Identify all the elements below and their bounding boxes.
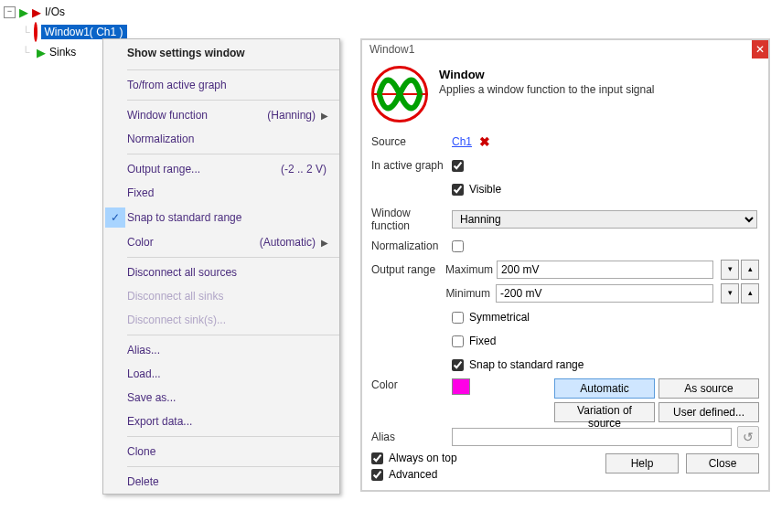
menu-color[interactable]: Color (Automatic) ▶ (103, 230, 339, 254)
checkbox-normalization[interactable] (452, 240, 464, 252)
stepper-down[interactable]: ▾ (721, 283, 739, 303)
label-window-function: Window function (371, 207, 446, 232)
checkbox-symmetrical[interactable] (452, 312, 464, 324)
label-snap: Snap to standard range (469, 358, 584, 371)
label-fixed: Fixed (469, 335, 496, 347)
input-minimum[interactable] (496, 284, 713, 303)
label-alias: Alias (371, 431, 446, 443)
chevron-right-icon: ▶ (319, 111, 330, 121)
color-swatch[interactable] (452, 378, 470, 395)
help-button[interactable]: Help (605, 453, 679, 473)
close-button[interactable]: Close (686, 453, 759, 473)
context-menu-header: Show settings window (103, 39, 339, 67)
select-window-function[interactable]: Hanning (452, 210, 757, 229)
panel-subtitle: Applies a window function to the input s… (439, 83, 654, 96)
source-link[interactable]: Ch1 (452, 135, 472, 148)
remove-source-button[interactable]: ✖ (479, 134, 490, 149)
menu-delete[interactable]: Delete (103, 470, 339, 494)
color-automatic-button[interactable]: Automatic (554, 378, 655, 399)
label-visible: Visible (469, 183, 501, 196)
menu-export[interactable]: Export data... (103, 410, 339, 433)
label-symmetrical: Symmetrical (469, 311, 530, 324)
checkbox-advanced[interactable] (371, 469, 383, 481)
label-always-on-top: Always on top (389, 452, 457, 464)
checkbox-snap[interactable] (452, 359, 464, 371)
check-icon: ✓ (105, 207, 125, 228)
arrow-right-icon: ▶ (37, 47, 46, 59)
tree-node-label: Window1( Ch1 ) (41, 25, 127, 39)
label-normalization: Normalization (371, 239, 446, 252)
menu-alias[interactable]: Alias... (103, 338, 339, 362)
label-advanced: Advanced (389, 468, 437, 481)
context-menu: Show settings window To/from active grap… (102, 38, 340, 495)
stepper-down[interactable]: ▾ (721, 260, 739, 280)
menu-normalization[interactable]: Normalization (103, 127, 339, 151)
label-source: Source (371, 135, 446, 148)
window-icon (34, 22, 37, 42)
color-user-defined-button[interactable]: User defined... (659, 402, 759, 422)
label-color: Color (371, 378, 446, 391)
menu-disconnect-sinks: Disconnect all sinks (103, 284, 339, 308)
menu-to-from-graph[interactable]: To/from active graph (103, 73, 339, 97)
checkbox-in-active-graph[interactable] (452, 160, 464, 172)
window-icon (371, 66, 428, 122)
tree-branch-icon: └ (22, 26, 30, 38)
panel-title: Window1 (369, 43, 414, 56)
tree-node-label: I/Os (45, 5, 65, 18)
reset-alias-button[interactable]: ↺ (737, 426, 759, 448)
tree-branch-icon: └ (18, 46, 33, 59)
label-output-range: Output range (371, 263, 440, 276)
close-button[interactable]: ✕ (752, 40, 768, 59)
arrow-right-icon: ▶ (32, 6, 41, 18)
label-in-active-graph: In active graph (371, 159, 446, 172)
menu-window-function[interactable]: Window function (Hanning) ▶ (103, 103, 339, 127)
properties-panel: Window1 ✕ Window Applies a window functi… (360, 38, 770, 492)
menu-saveas[interactable]: Save as... (103, 386, 339, 410)
panel-titlebar[interactable]: Window1 ✕ (362, 40, 768, 59)
checkbox-visible[interactable] (452, 184, 464, 196)
menu-disconnect-sinks2: Disconnect sink(s)... (103, 308, 339, 332)
tree-node-label: Sinks (49, 46, 76, 59)
menu-load[interactable]: Load... (103, 362, 339, 386)
menu-disconnect-sources[interactable]: Disconnect all sources (103, 261, 339, 284)
color-variation-button[interactable]: Variation of source (554, 402, 655, 422)
checkbox-always-on-top[interactable] (371, 452, 383, 464)
input-alias[interactable] (452, 428, 732, 446)
stepper-up[interactable]: ▴ (741, 260, 759, 280)
arrow-right-icon: ▶ (19, 6, 28, 18)
color-as-source-button[interactable]: As source (659, 378, 759, 399)
label-minimum: Minimum (445, 287, 490, 300)
menu-snap[interactable]: ✓ Snap to standard range (103, 205, 339, 230)
menu-fixed[interactable]: Fixed (103, 181, 339, 205)
tree-collapse-icon[interactable]: − (4, 6, 16, 18)
context-menu-header-label: Show settings window (127, 47, 245, 59)
chevron-right-icon: ▶ (319, 238, 330, 248)
menu-clone[interactable]: Clone (103, 440, 339, 463)
checkbox-fixed[interactable] (452, 335, 464, 347)
label-maximum: Maximum (445, 263, 491, 276)
stepper-up[interactable]: ▴ (741, 283, 759, 303)
tree-node-ios[interactable]: − ▶ ▶ I/Os (4, 2, 123, 22)
input-maximum[interactable] (497, 261, 713, 279)
menu-output-range[interactable]: Output range... (-2 .. 2 V) (103, 157, 339, 181)
panel-heading: Window (439, 68, 654, 81)
